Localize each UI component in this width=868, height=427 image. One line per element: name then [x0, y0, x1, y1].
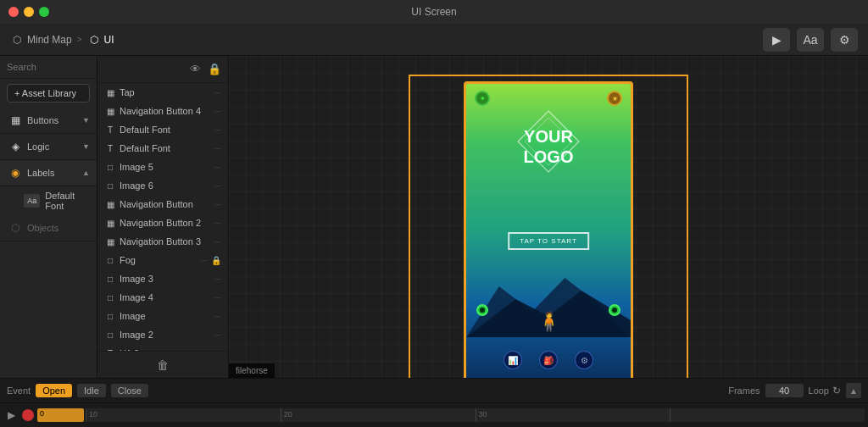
bottom-icon-bag[interactable]: 🎒	[539, 351, 558, 369]
event-label: Event	[7, 385, 31, 396]
corner-marker-br	[609, 304, 620, 316]
breadcrumb-item-ui[interactable]: ⬡ UI	[87, 33, 114, 47]
layer-type-icon: □	[104, 329, 116, 341]
close-button[interactable]	[8, 7, 19, 17]
frames-section: Frames Loop ↻ ▲	[728, 383, 861, 398]
layer-item-image5[interactable]: □ Image 5 ···	[97, 158, 228, 176]
layers-footer: 🗑	[97, 351, 228, 378]
loop-controls: Loop ↻	[809, 385, 841, 396]
settings-button[interactable]: ⚙	[831, 28, 858, 52]
corner-icon-top-left: ✦	[475, 91, 490, 106]
phone-screen: ✦ ★ YOUR LOGO TAP TO START	[466, 84, 631, 378]
breadcrumb: ⬡ Mind Map > ⬡ UI	[10, 33, 756, 47]
layer-type-icon: □	[104, 310, 116, 322]
person-silhouette: 🧍	[537, 311, 560, 333]
timeline-marker-20: 20	[281, 408, 476, 422]
layer-item-navbtn[interactable]: ▦ Navigation Button ···	[97, 195, 228, 214]
layer-type-icon: ▦	[104, 198, 116, 210]
phone-preview: ✦ ★ YOUR LOGO TAP TO START	[464, 81, 633, 378]
asset-library-label: + Asset Library	[14, 88, 76, 98]
layer-item-image[interactable]: □ Image ···	[97, 307, 228, 325]
layer-type-icon: □	[104, 273, 116, 285]
traffic-lights	[8, 7, 49, 17]
logic-icon: ◈	[7, 138, 24, 155]
layer-item-font2[interactable]: T Default Font ···	[97, 139, 228, 158]
layer-item-image3[interactable]: □ Image 3 ···	[97, 269, 228, 288]
layer-list: ▦ Tap ··· ▦ Navigation Button 4 ··· T De…	[97, 83, 228, 351]
layers-panel: 👁 🔒 ▦ Tap ··· ▦ Navigation Button 4 ··· …	[97, 56, 229, 378]
layer-type-icon: ▦	[104, 105, 116, 117]
buttons-icon: ▦	[7, 112, 24, 129]
timeline-ruler: 10 20 30	[86, 408, 865, 422]
sidebar-item-objects[interactable]: ⬡ Objects	[0, 215, 97, 241]
label-item-default-font[interactable]: Aa Default Font	[0, 186, 97, 215]
layers-header: 👁 🔒	[97, 56, 228, 83]
event-idle-button[interactable]: Idle	[77, 384, 106, 397]
sidebar: 🔍 + Asset Library ▦ Buttons ▼ ◈ Logic ▼ …	[0, 56, 97, 378]
layer-item-navbtn2[interactable]: ▦ Navigation Button 2 ···	[97, 214, 228, 232]
event-open-button[interactable]: Open	[36, 384, 72, 397]
visibility-icon: 👁	[190, 63, 201, 75]
layer-type-icon: T	[104, 142, 116, 154]
layer-item-tap[interactable]: ▦ Tap ···	[97, 83, 228, 102]
watermark: filehorse	[229, 363, 275, 378]
timeline-track-area: 0 10 20 30	[37, 408, 865, 422]
play-button[interactable]: ▶	[763, 28, 790, 52]
timeline-play-button[interactable]: ▶	[3, 408, 19, 423]
layer-item-image2[interactable]: □ Image 2 ···	[97, 325, 228, 344]
toolbar-actions: ▶ Aa ⚙	[763, 28, 858, 52]
timeline-marker-10: 10	[86, 408, 281, 422]
ui-icon: ⬡	[87, 33, 101, 47]
chevron-down-icon: ▼	[82, 116, 90, 125]
layer-item-image6[interactable]: □ Image 6 ···	[97, 176, 228, 195]
timeline-record-button[interactable]	[22, 409, 34, 421]
layer-item-nav4[interactable]: ▦ Navigation Button 4 ···	[97, 102, 228, 120]
canvas-area[interactable]: ✦ ★ YOUR LOGO TAP TO START	[229, 56, 868, 378]
layer-item-image4[interactable]: □ Image 4 ···	[97, 288, 228, 307]
layer-type-icon: ▦	[104, 217, 116, 229]
loop-label: Loop	[809, 385, 829, 396]
frames-label: Frames	[728, 385, 760, 396]
window-title: UI Screen	[411, 6, 456, 18]
lock-icon: 🔒	[208, 63, 221, 75]
timeline: ▶ 0 10 20 30	[0, 403, 868, 427]
timeline-marker-30: 30	[476, 408, 670, 422]
layer-item-fog[interactable]: □ Fog ··· 🔒	[97, 251, 228, 269]
mind-map-icon: ⬡	[10, 33, 24, 47]
font-button[interactable]: Aa	[797, 28, 824, 52]
bottom-icon-gear[interactable]: ⚙	[575, 351, 593, 369]
tap-to-start-button[interactable]: TAP TO START	[508, 232, 589, 250]
collapse-button[interactable]: ▲	[846, 383, 861, 398]
event-close-button[interactable]: Close	[111, 384, 148, 397]
layer-type-icon: ▦	[104, 86, 116, 98]
bottom-icon-chart[interactable]: 📊	[504, 351, 522, 369]
frames-input[interactable]	[765, 384, 804, 397]
layer-item-navbtn3[interactable]: ▦ Navigation Button 3 ···	[97, 232, 228, 251]
phone-logo: YOUR LOGO	[524, 126, 574, 167]
layer-item-font1[interactable]: T Default Font ···	[97, 120, 228, 139]
maximize-button[interactable]	[39, 7, 49, 17]
bottom-panel: Event Open Idle Close Frames Loop ↻ ▲ ▶ …	[0, 378, 868, 427]
timeline-markers: 10 20 30	[86, 408, 865, 422]
loop-icon: ↻	[832, 385, 841, 396]
search-bar: 🔍	[0, 56, 97, 79]
chevron-up-icon: ▲	[82, 169, 90, 177]
main-content: 🔍 + Asset Library ▦ Buttons ▼ ◈ Logic ▼ …	[0, 56, 868, 378]
timeline-segment: 0	[37, 408, 84, 422]
phone-top-icons: ✦ ★	[466, 91, 631, 106]
corner-marker-bl	[476, 304, 488, 316]
sidebar-item-logic[interactable]: ◈ Logic ▼	[0, 134, 97, 160]
lock-icon: 🔒	[211, 256, 221, 265]
timeline-marker-end	[670, 408, 865, 422]
phone-bottom-icons: 📊 🎒 ⚙	[466, 351, 631, 369]
asset-library-button[interactable]: + Asset Library	[7, 84, 90, 103]
delete-layer-button[interactable]: 🗑	[157, 358, 169, 372]
layer-item-h12[interactable]: T H1 2 ···	[97, 344, 228, 351]
minimize-button[interactable]	[24, 7, 34, 17]
labels-icon: ◉	[7, 164, 24, 181]
corner-icon-top-right: ★	[607, 91, 622, 106]
sidebar-item-labels[interactable]: ◉ Labels ▲	[0, 160, 97, 186]
breadcrumb-item-mind-map[interactable]: ⬡ Mind Map	[10, 33, 72, 47]
bottom-controls: Event Open Idle Close Frames Loop ↻ ▲	[0, 379, 868, 403]
sidebar-item-buttons[interactable]: ▦ Buttons ▼	[0, 108, 97, 134]
